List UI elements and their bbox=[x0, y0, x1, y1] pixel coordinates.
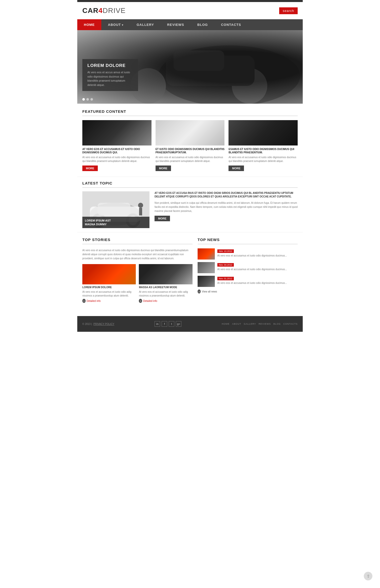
social-twitter-icon[interactable]: t bbox=[169, 321, 174, 327]
logo-car: CAR bbox=[82, 7, 99, 14]
logo: CAR4DRIVE bbox=[82, 7, 126, 15]
story-item-2: MASSA AS LAOREETUM MODE At vero eos et a… bbox=[139, 264, 192, 303]
top-bar bbox=[77, 0, 303, 2]
svg-rect-14 bbox=[139, 208, 142, 215]
featured-item-1: AT VERO EOS ET ACCUSAMUS ET IUSTO ODIO D… bbox=[82, 120, 151, 171]
news-thumb-2 bbox=[198, 262, 215, 273]
story-text-2: At vero eos et accusamus et iusto odio a… bbox=[139, 290, 192, 298]
hero-title: LOREM DOLORE bbox=[87, 63, 133, 68]
latest-highlight: AT VERO EOS ET ACCUSA RIUS ET RISTO ODIO… bbox=[155, 191, 298, 198]
featured-heading-2: ET IUSTO ODIO DIGNISSIMOS DUCIMUS QUI BL… bbox=[156, 148, 225, 154]
hero-dot-3[interactable] bbox=[90, 98, 93, 101]
news-item-3: Nov. 01.2012 At vero eos et accusamus et… bbox=[198, 276, 298, 287]
top-stories-intro: At vero eos et accusamus et iusto odio d… bbox=[82, 248, 193, 261]
story-heading-1: LOREM IPSUM DOLORE bbox=[82, 286, 136, 289]
footer-nav-home[interactable]: HOME bbox=[222, 323, 230, 325]
featured-more-btn-1[interactable]: MORE bbox=[82, 166, 98, 171]
news-date-1: Nov. 10.2012 bbox=[217, 249, 234, 253]
hero-dots bbox=[82, 98, 93, 101]
featured-heading-1: AT VERO EOS ET ACCUSAMUS ET IUSTO ODIO D… bbox=[82, 148, 151, 154]
main-nav: HOME ABOUT GALLERY REVIEWS BLOG CONTACTS bbox=[77, 19, 303, 30]
footer-nav-about[interactable]: ABOUT bbox=[232, 323, 241, 325]
nav-blog[interactable]: BLOG bbox=[191, 19, 215, 30]
top-news-title: TOP NEWS bbox=[198, 237, 298, 244]
hero-slider: LOREM DOLORE At vero eos et accus amus e… bbox=[77, 30, 303, 104]
featured-text-2: At vero eos et accusamus et iusto odio d… bbox=[156, 155, 225, 163]
latest-caption-line2: MAGNA DUMMY bbox=[85, 223, 147, 226]
latest-topic-text: AT VERO EOS ET ACCUSA RIUS ET RISTO ODIO… bbox=[155, 191, 298, 228]
latest-topic-image: LOREM IPSUM AST MAGNA DUMMY bbox=[82, 191, 149, 228]
news-item-2: Nov. 04.2012 At vero eos et accusamus et… bbox=[198, 262, 298, 273]
footer: © 2013 | PRIVACY POLICY in f t g+ HOME A… bbox=[77, 316, 303, 332]
featured-image-2 bbox=[156, 120, 225, 145]
news-thumb-1 bbox=[198, 248, 215, 260]
footer-nav: HOME ABOUT GALLERY REVIEWS BLOG CONTACTS bbox=[222, 323, 298, 325]
featured-section: FEATURED CONTENT AT VERO EOS ET ACCUSAMU… bbox=[77, 104, 303, 177]
hero-dot-2[interactable] bbox=[86, 98, 89, 101]
featured-more-btn-3[interactable]: MORE bbox=[229, 166, 244, 171]
footer-inner: © 2013 | PRIVACY POLICY in f t g+ HOME A… bbox=[82, 321, 298, 327]
nav-home[interactable]: HOME bbox=[77, 19, 101, 30]
two-col-section: TOP STORIES At vero eos et accusamus et … bbox=[77, 232, 303, 311]
featured-image-1 bbox=[82, 120, 151, 145]
hero-dot-1[interactable] bbox=[82, 98, 85, 101]
story-text-1: At vero eos et accusamus et iusto odio a… bbox=[82, 290, 136, 298]
story-heading-2: MASSA AS LAOREETUM MODE bbox=[139, 286, 192, 289]
nav-reviews[interactable]: REVIEWS bbox=[161, 19, 191, 30]
news-content-1: Nov. 10.2012 At vero eos et accusamus et… bbox=[217, 248, 298, 258]
latest-topic-section: LATEST TOPIC LOREM IPSUM AST MAGNA DUMMY bbox=[77, 177, 303, 232]
news-list: Nov. 10.2012 At vero eos et accusamus et… bbox=[198, 248, 298, 287]
featured-more-btn-2[interactable]: MORE bbox=[156, 166, 171, 171]
story-item-1: LOREM IPSUM DOLORE At vero eos et accusa… bbox=[82, 264, 136, 303]
footer-nav-reviews[interactable]: REVIEWS bbox=[259, 323, 271, 325]
latest-more-btn[interactable]: MORE bbox=[155, 216, 170, 221]
latest-body-text: Non proident, similique sunt in culpa qu… bbox=[155, 201, 298, 213]
logo-drive: DRIVE bbox=[103, 7, 126, 14]
news-content-3: Nov. 01.2012 At vero eos et accusamus et… bbox=[217, 276, 298, 285]
featured-grid: AT VERO EOS ET ACCUSAMUS ET IUSTO ODIO D… bbox=[82, 120, 298, 171]
news-date-3: Nov. 01.2012 bbox=[217, 277, 234, 280]
social-facebook-icon[interactable]: f bbox=[162, 321, 167, 327]
featured-image-3 bbox=[229, 120, 298, 145]
footer-nav-contacts[interactable]: CONTACTS bbox=[283, 323, 298, 325]
featured-text-3: At vero eos et accusamus et iusto odio d… bbox=[229, 155, 298, 163]
latest-image-caption: LOREM IPSUM AST MAGNA DUMMY bbox=[82, 217, 149, 228]
news-thumb-3 bbox=[198, 276, 215, 287]
search-button[interactable]: search bbox=[279, 7, 298, 14]
nav-about[interactable]: ABOUT bbox=[101, 19, 130, 30]
logo-four: 4 bbox=[99, 7, 103, 14]
latest-topic-title: LATEST TOPIC bbox=[82, 181, 298, 188]
story-thumb-2 bbox=[139, 264, 192, 284]
news-text-3: At vero eos et accusamus et iusto odio d… bbox=[217, 281, 298, 285]
footer-nav-gallery[interactable]: GALLERY bbox=[244, 323, 256, 325]
view-all-news-link[interactable]: View all news bbox=[198, 289, 298, 293]
svg-rect-12 bbox=[98, 203, 130, 215]
featured-text-1: At vero eos et accusamus et iusto odio d… bbox=[82, 155, 151, 163]
latest-topic-content: LOREM IPSUM AST MAGNA DUMMY AT VERO EOS … bbox=[82, 191, 298, 228]
nav-gallery[interactable]: GALLERY bbox=[130, 19, 161, 30]
story-detail-link-2[interactable]: Detailed info bbox=[139, 299, 192, 303]
social-googleplus-icon[interactable]: g+ bbox=[176, 321, 181, 327]
story-detail-link-1[interactable]: Detailed info bbox=[82, 299, 136, 303]
news-date-2: Nov. 04.2012 bbox=[217, 263, 234, 267]
nav-contacts[interactable]: CONTACTS bbox=[214, 19, 248, 30]
latest-caption-line1: LOREM IPSUM AST bbox=[85, 219, 147, 222]
featured-item-3: ESAMUS ET IUSTO ODIO DIGNISSIMOS DUCIMUS… bbox=[229, 120, 298, 171]
story-thumb-1 bbox=[82, 264, 136, 284]
news-content-2: Nov. 04.2012 At vero eos et accusamus et… bbox=[217, 262, 298, 271]
featured-heading-3: ESAMUS ET IUSTO ODIO DIGNISSIMOS DUCIMUS… bbox=[229, 148, 298, 154]
top-stories-title: TOP STORIES bbox=[82, 237, 193, 244]
top-stories-col: TOP STORIES At vero eos et accusamus et … bbox=[82, 237, 193, 306]
social-icons: in f t g+ bbox=[155, 321, 181, 327]
top-news-col: TOP NEWS Nov. 10.2012 At vero eos et acc… bbox=[198, 237, 298, 306]
stories-grid: LOREM IPSUM DOLORE At vero eos et accusa… bbox=[82, 264, 193, 303]
header: CAR4DRIVE search bbox=[77, 2, 303, 19]
social-linkedin-icon[interactable]: in bbox=[155, 321, 160, 327]
news-text-2: At vero eos et accusamus et iusto odio d… bbox=[217, 268, 298, 271]
news-text-1: At vero eos et accusamus et iusto odio d… bbox=[217, 254, 298, 258]
footer-privacy-link[interactable]: PRIVACY POLICY bbox=[93, 323, 114, 325]
svg-point-13 bbox=[138, 203, 143, 208]
footer-nav-blog[interactable]: BLOG bbox=[273, 323, 281, 325]
featured-title: FEATURED CONTENT bbox=[82, 109, 298, 116]
news-item-1: Nov. 10.2012 At vero eos et accusamus et… bbox=[198, 248, 298, 260]
